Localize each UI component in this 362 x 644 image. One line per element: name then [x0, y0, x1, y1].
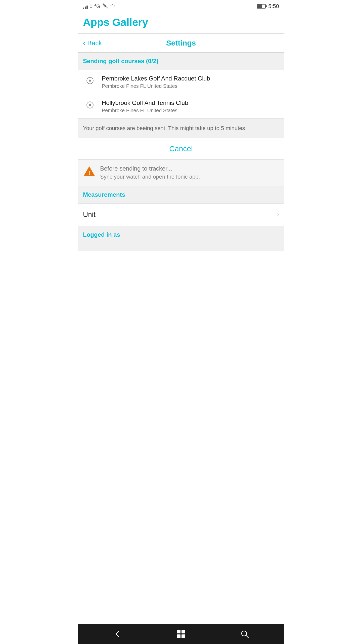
course-info-1: Pembroke Lakes Golf And Racquet Club Pem… [102, 75, 279, 89]
logged-in-section: Logged in as [78, 226, 284, 251]
back-label: Back [87, 39, 102, 47]
cancel-button[interactable]: Cancel [169, 144, 193, 153]
warning-subtitle: Sync your watch and open the Ionic app. [100, 174, 279, 180]
location-pin-icon-2 [83, 100, 97, 113]
back-button[interactable]: ‹ Back [83, 39, 102, 47]
status-right: 5:50 [257, 3, 279, 10]
cancel-section: Cancel [78, 138, 284, 159]
battery-icon [257, 4, 266, 9]
svg-point-2 [89, 79, 91, 82]
unit-row[interactable]: Unit › [78, 204, 284, 226]
sim-label: 1 [90, 4, 92, 9]
course-location-2: Pembroke Pines FL United States [102, 108, 279, 113]
sending-section-header: Sending golf courses (0/2) [78, 52, 284, 70]
data-icon: ⁴G [94, 3, 100, 9]
sending-header-text: Sending golf courses (0/2) [83, 58, 158, 64]
status-time: 5:50 [268, 3, 279, 10]
course-info-2: Hollybrook Golf And Tennis Club Pembroke… [102, 99, 279, 113]
course-name-2: Hollybrook Golf And Tennis Club [102, 99, 279, 106]
measurements-section-header: Measurements [78, 186, 284, 204]
back-chevron-icon: ‹ [83, 39, 85, 47]
course-location-1: Pembroke Pines FL United States [102, 83, 279, 89]
page-title: Settings [166, 39, 196, 47]
course-name-1: Pembroke Lakes Golf And Racquet Club [102, 75, 279, 82]
warning-triangle-icon: ! [83, 165, 96, 178]
svg-point-5 [89, 104, 91, 106]
unit-label: Unit [83, 211, 96, 219]
chevron-right-icon: › [277, 211, 279, 218]
status-bar: 1 ⁴G ⬠ 5:50 [78, 0, 284, 13]
location-pin-icon-1 [83, 75, 97, 89]
measurements-title: Measurements [83, 191, 125, 198]
app-title: Apps Gallery [83, 16, 279, 28]
wifi-off-icon [102, 3, 108, 10]
bluetooth-icon: ⬠ [110, 3, 115, 9]
course-item-2: Hollybrook Golf And Tennis Club Pembroke… [78, 94, 284, 119]
warning-title: Before sending to tracker... [100, 165, 279, 172]
info-message-section: Your golf courses are beeing sent. This … [78, 119, 284, 138]
logged-in-title: Logged in as [83, 231, 120, 238]
warning-content: Before sending to tracker... Sync your w… [100, 165, 279, 180]
signal-icon [83, 4, 88, 9]
warning-section: ! Before sending to tracker... Sync your… [78, 159, 284, 186]
course-item-1: Pembroke Lakes Golf And Racquet Club Pem… [78, 70, 284, 94]
nav-header: ‹ Back Settings [78, 34, 284, 52]
svg-text:!: ! [88, 170, 90, 176]
status-left: 1 ⁴G ⬠ [83, 3, 115, 10]
app-title-bar: Apps Gallery [78, 13, 284, 33]
info-message-text: Your golf courses are beeing sent. This … [83, 125, 279, 132]
